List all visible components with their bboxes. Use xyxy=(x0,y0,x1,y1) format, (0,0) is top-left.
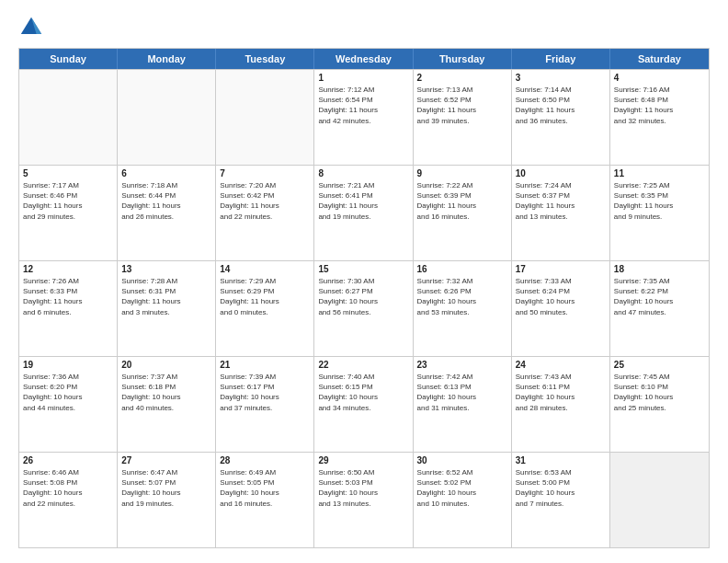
cal-cell-day: 17Sunrise: 7:33 AMSunset: 6:24 PMDayligh… xyxy=(512,261,610,356)
day-number: 14 xyxy=(220,264,310,274)
day-info: Sunrise: 7:35 AMSunset: 6:22 PMDaylight:… xyxy=(614,276,705,317)
cal-cell-day: 28Sunrise: 6:49 AMSunset: 5:05 PMDayligh… xyxy=(216,453,314,547)
day-info: Sunrise: 7:45 AMSunset: 6:10 PMDaylight:… xyxy=(614,372,705,413)
day-number: 17 xyxy=(516,264,606,274)
day-info: Sunrise: 7:42 AMSunset: 6:13 PMDaylight:… xyxy=(417,372,507,413)
logo-icon xyxy=(18,15,44,40)
cal-week-row: 26Sunrise: 6:46 AMSunset: 5:08 PMDayligh… xyxy=(19,452,709,547)
cal-header-cell: Wednesday xyxy=(314,49,413,69)
day-number: 25 xyxy=(614,360,705,370)
cal-cell-day: 7Sunrise: 7:20 AMSunset: 6:42 PMDaylight… xyxy=(216,166,314,260)
cal-cell-day: 10Sunrise: 7:24 AMSunset: 6:37 PMDayligh… xyxy=(512,166,610,260)
cal-cell-day: 15Sunrise: 7:30 AMSunset: 6:27 PMDayligh… xyxy=(314,261,413,356)
day-info: Sunrise: 7:13 AMSunset: 6:52 PMDaylight:… xyxy=(417,85,507,126)
cal-cell-day: 21Sunrise: 7:39 AMSunset: 6:17 PMDayligh… xyxy=(216,357,314,452)
day-number: 3 xyxy=(516,73,606,83)
cal-header-cell: Friday xyxy=(512,49,610,69)
cal-header-cell: Monday xyxy=(118,49,216,69)
day-info: Sunrise: 6:52 AMSunset: 5:02 PMDaylight:… xyxy=(417,467,507,509)
day-number: 5 xyxy=(23,168,113,178)
day-info: Sunrise: 7:30 AMSunset: 6:27 PMDaylight:… xyxy=(318,276,408,317)
day-number: 19 xyxy=(23,360,113,370)
day-number: 31 xyxy=(516,455,606,465)
day-number: 26 xyxy=(23,455,113,465)
day-info: Sunrise: 7:16 AMSunset: 6:48 PMDaylight:… xyxy=(614,85,705,126)
cal-cell-day: 11Sunrise: 7:25 AMSunset: 6:35 PMDayligh… xyxy=(610,166,709,260)
day-info: Sunrise: 7:33 AMSunset: 6:24 PMDaylight:… xyxy=(516,276,606,317)
day-number: 1 xyxy=(318,73,408,83)
day-info: Sunrise: 7:20 AMSunset: 6:42 PMDaylight:… xyxy=(220,180,310,222)
day-info: Sunrise: 7:37 AMSunset: 6:18 PMDaylight:… xyxy=(121,372,211,413)
cal-cell-day: 29Sunrise: 6:50 AMSunset: 5:03 PMDayligh… xyxy=(314,453,413,547)
cal-cell-day: 1Sunrise: 7:12 AMSunset: 6:54 PMDaylight… xyxy=(314,70,413,165)
page: SundayMondayTuesdayWednesdayThursdayFrid… xyxy=(0,0,728,563)
cal-cell-day: 16Sunrise: 7:32 AMSunset: 6:26 PMDayligh… xyxy=(414,261,512,356)
day-info: Sunrise: 7:18 AMSunset: 6:44 PMDaylight:… xyxy=(121,180,211,222)
cal-cell-day: 3Sunrise: 7:14 AMSunset: 6:50 PMDaylight… xyxy=(512,70,610,165)
day-number: 30 xyxy=(417,455,507,465)
day-info: Sunrise: 7:28 AMSunset: 6:31 PMDaylight:… xyxy=(121,276,211,317)
cal-week-row: 12Sunrise: 7:26 AMSunset: 6:33 PMDayligh… xyxy=(19,260,709,356)
calendar-body: 1Sunrise: 7:12 AMSunset: 6:54 PMDaylight… xyxy=(19,69,709,547)
day-number: 9 xyxy=(417,168,507,178)
cal-cell-day: 8Sunrise: 7:21 AMSunset: 6:41 PMDaylight… xyxy=(314,166,413,260)
logo xyxy=(18,15,46,40)
cal-cell-day: 6Sunrise: 7:18 AMSunset: 6:44 PMDaylight… xyxy=(118,166,216,260)
day-info: Sunrise: 6:53 AMSunset: 5:00 PMDaylight:… xyxy=(516,467,606,509)
day-number: 18 xyxy=(614,264,705,274)
day-info: Sunrise: 6:47 AMSunset: 5:07 PMDaylight:… xyxy=(121,467,211,509)
day-info: Sunrise: 7:25 AMSunset: 6:35 PMDaylight:… xyxy=(614,180,705,222)
cal-cell-empty xyxy=(118,70,216,165)
day-number: 22 xyxy=(318,360,408,370)
calendar-header-row: SundayMondayTuesdayWednesdayThursdayFrid… xyxy=(19,49,709,69)
cal-cell-empty xyxy=(610,453,709,547)
cal-cell-day: 25Sunrise: 7:45 AMSunset: 6:10 PMDayligh… xyxy=(610,357,709,452)
day-number: 2 xyxy=(417,73,507,83)
cal-header-cell: Sunday xyxy=(19,49,118,69)
day-number: 8 xyxy=(318,168,408,178)
header xyxy=(18,15,710,40)
day-info: Sunrise: 7:26 AMSunset: 6:33 PMDaylight:… xyxy=(23,276,113,317)
cal-cell-day: 9Sunrise: 7:22 AMSunset: 6:39 PMDaylight… xyxy=(414,166,512,260)
day-info: Sunrise: 7:21 AMSunset: 6:41 PMDaylight:… xyxy=(318,180,408,222)
day-info: Sunrise: 7:29 AMSunset: 6:29 PMDaylight:… xyxy=(220,276,310,317)
day-number: 7 xyxy=(220,168,310,178)
day-number: 21 xyxy=(220,360,310,370)
day-info: Sunrise: 7:43 AMSunset: 6:11 PMDaylight:… xyxy=(516,372,606,413)
day-info: Sunrise: 6:49 AMSunset: 5:05 PMDaylight:… xyxy=(220,467,310,509)
day-info: Sunrise: 7:22 AMSunset: 6:39 PMDaylight:… xyxy=(417,180,507,222)
cal-cell-day: 18Sunrise: 7:35 AMSunset: 6:22 PMDayligh… xyxy=(610,261,709,356)
day-info: Sunrise: 7:12 AMSunset: 6:54 PMDaylight:… xyxy=(318,85,408,126)
day-info: Sunrise: 7:40 AMSunset: 6:15 PMDaylight:… xyxy=(318,372,408,413)
day-info: Sunrise: 7:32 AMSunset: 6:26 PMDaylight:… xyxy=(417,276,507,317)
day-number: 27 xyxy=(121,455,211,465)
cal-week-row: 19Sunrise: 7:36 AMSunset: 6:20 PMDayligh… xyxy=(19,356,709,452)
day-number: 15 xyxy=(318,264,408,274)
cal-cell-day: 20Sunrise: 7:37 AMSunset: 6:18 PMDayligh… xyxy=(118,357,216,452)
cal-cell-day: 2Sunrise: 7:13 AMSunset: 6:52 PMDaylight… xyxy=(414,70,512,165)
cal-cell-day: 26Sunrise: 6:46 AMSunset: 5:08 PMDayligh… xyxy=(19,453,118,547)
cal-cell-empty xyxy=(19,70,118,165)
day-number: 24 xyxy=(516,360,606,370)
cal-cell-day: 24Sunrise: 7:43 AMSunset: 6:11 PMDayligh… xyxy=(512,357,610,452)
cal-cell-day: 22Sunrise: 7:40 AMSunset: 6:15 PMDayligh… xyxy=(314,357,413,452)
day-number: 12 xyxy=(23,264,113,274)
day-number: 20 xyxy=(121,360,211,370)
day-number: 28 xyxy=(220,455,310,465)
cal-header-cell: Thursday xyxy=(414,49,512,69)
day-number: 29 xyxy=(318,455,408,465)
cal-week-row: 5Sunrise: 7:17 AMSunset: 6:46 PMDaylight… xyxy=(19,165,709,260)
day-number: 6 xyxy=(121,168,211,178)
day-info: Sunrise: 7:14 AMSunset: 6:50 PMDaylight:… xyxy=(516,85,606,126)
cal-header-cell: Saturday xyxy=(610,49,709,69)
day-info: Sunrise: 6:50 AMSunset: 5:03 PMDaylight:… xyxy=(318,467,408,509)
day-number: 23 xyxy=(417,360,507,370)
cal-cell-day: 12Sunrise: 7:26 AMSunset: 6:33 PMDayligh… xyxy=(19,261,118,356)
cal-cell-empty xyxy=(216,70,314,165)
cal-cell-day: 13Sunrise: 7:28 AMSunset: 6:31 PMDayligh… xyxy=(118,261,216,356)
cal-header-cell: Tuesday xyxy=(216,49,314,69)
day-info: Sunrise: 7:24 AMSunset: 6:37 PMDaylight:… xyxy=(516,180,606,222)
cal-cell-day: 19Sunrise: 7:36 AMSunset: 6:20 PMDayligh… xyxy=(19,357,118,452)
day-info: Sunrise: 7:39 AMSunset: 6:17 PMDaylight:… xyxy=(220,372,310,413)
cal-cell-day: 5Sunrise: 7:17 AMSunset: 6:46 PMDaylight… xyxy=(19,166,118,260)
